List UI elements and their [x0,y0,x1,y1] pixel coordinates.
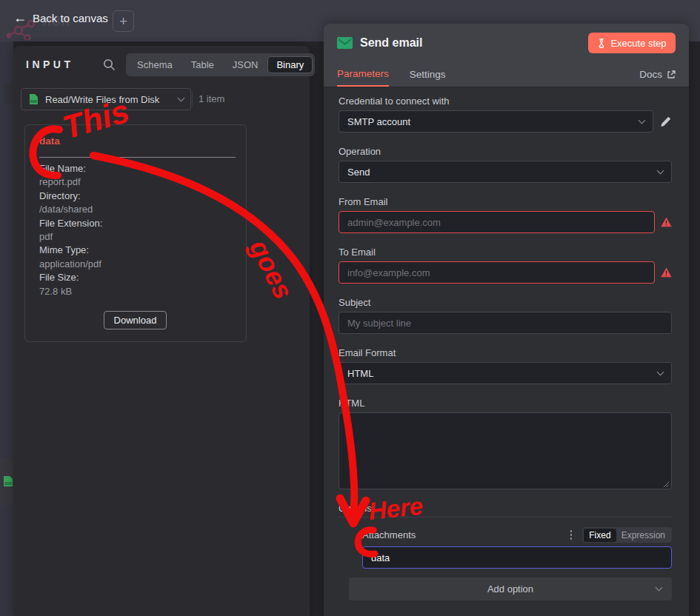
parameter-options-kebab-icon[interactable] [569,529,574,541]
chevron-down-icon [657,369,664,376]
node-header: Send email Execute step [324,24,689,62]
chevron-down-icon [657,167,664,175]
input-source-label: Read/Write Files from Disk [45,94,173,105]
from-email-placeholder: admin@example.com [347,217,441,228]
add-node-button[interactable]: + [113,10,134,32]
tab-table[interactable]: Table [182,56,223,73]
mime-type-value: application/pdf [39,258,102,271]
mode-fixed-button[interactable]: Fixed [584,529,616,542]
credential-value: SMTP account [347,116,410,127]
credential-label: Credential to connect with [339,96,672,107]
node-title: Send email [360,36,581,50]
node-tabs: Parameters Settings Docs [324,62,689,87]
mode-expression-button[interactable]: Expression [616,529,670,542]
subject-placeholder: My subject line [347,318,411,329]
node-settings-panel: Send email Execute step Parameters Setti… [324,24,689,616]
input-source-dropdown[interactable]: Read/Write Files from Disk [21,88,191,110]
docs-link[interactable]: Docs [639,69,676,80]
edit-credential-pencil-icon[interactable] [660,116,672,127]
chevron-down-icon [656,584,663,592]
binary-key-label: data [39,135,60,147]
send-email-node-icon [337,37,353,49]
input-panel-title: INPUT [26,58,74,70]
binary-file-details: File Name: report.pdf Directory: /data/s… [39,162,102,298]
attachments-input[interactable]: data [362,546,672,569]
external-link-icon [667,70,676,79]
tab-parameters[interactable]: Parameters [337,62,389,87]
attachments-label: Attachments [362,529,569,540]
operation-value: Send [347,167,370,178]
fixed-expression-toggle: Fixed Expression [582,527,672,543]
execute-step-button[interactable]: Execute step [588,33,676,53]
to-email-input[interactable]: info@example.com [339,261,655,284]
file-node-icon [28,93,39,105]
parameters-form: Credential to connect with SMTP account … [339,87,672,600]
mime-type-label: Mime Type: [39,244,102,257]
attachments-value: data [371,552,390,563]
back-to-canvas-button[interactable]: ← Back to canvas [13,11,108,24]
warning-icon [661,217,672,227]
email-format-select[interactable]: HTML [339,362,672,384]
divider [192,92,193,107]
plus-icon: + [119,13,127,30]
flask-icon [597,38,606,48]
search-icon[interactable] [102,58,116,71]
back-arrow-icon: ← [13,11,27,24]
file-extension-value: pdf [39,230,102,244]
file-name-label: File Name: [39,162,102,175]
email-format-label: Email Format [339,347,672,358]
binary-data-card: data File Name: report.pdf Directory: /d… [24,124,247,342]
back-to-canvas-label: Back to canvas [33,12,108,24]
subject-label: Subject [339,297,672,308]
display-mode-tabs: Schema Table JSON Binary [126,53,315,76]
tab-json[interactable]: JSON [224,56,267,73]
canvas-left-strip [0,41,13,616]
tab-schema[interactable]: Schema [128,56,181,73]
divider [39,157,236,158]
html-textarea[interactable] [339,412,672,489]
docs-label: Docs [639,69,662,80]
html-label: HTML [339,398,672,409]
warning-icon [661,267,672,278]
operation-select[interactable]: Send [339,161,672,183]
chevron-down-icon [639,117,646,124]
add-option-button[interactable]: Add option [349,578,672,600]
from-email-input[interactable]: admin@example.com [339,211,655,233]
input-panel: INPUT Schema Table JSON Binary Read/Writ… [13,46,310,616]
to-email-label: To Email [339,247,672,258]
add-option-label: Add option [487,583,533,595]
tab-binary[interactable]: Binary [267,56,313,73]
items-count: 1 item [199,93,224,104]
chevron-down-icon [178,95,185,102]
file-extension-label: File Extension: [39,217,102,230]
file-size-label: File Size: [39,271,102,284]
subject-input[interactable]: My subject line [339,312,672,334]
execute-step-label: Execute step [610,38,666,49]
operation-label: Operation [339,146,672,157]
options-label: Options [339,503,672,514]
to-email-placeholder: info@example.com [347,267,430,278]
credential-select[interactable]: SMTP account [339,110,653,133]
download-button[interactable]: Download [104,311,167,329]
tab-settings[interactable]: Settings [410,69,446,80]
directory-value: /data/shared [39,203,102,216]
from-email-label: From Email [339,196,672,207]
divider [339,517,672,518]
file-size-value: 72.8 kB [39,285,102,298]
directory-label: Directory: [39,190,102,203]
read-write-files-node-icon [2,475,14,488]
file-name-value: report.pdf [39,175,102,189]
email-format-value: HTML [347,368,373,379]
resize-handle[interactable] [663,481,670,488]
